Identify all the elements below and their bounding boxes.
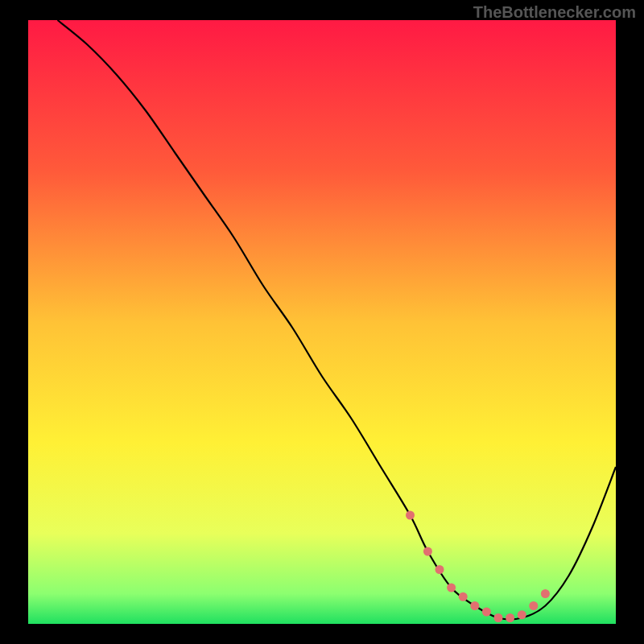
marker-dot <box>436 565 444 574</box>
plot-area <box>28 20 616 624</box>
marker-dot <box>494 613 503 622</box>
marker-dot <box>482 608 491 617</box>
marker-dot <box>423 547 432 556</box>
gradient-background <box>28 20 616 624</box>
marker-dot <box>529 601 538 610</box>
watermark-text: TheBottlenecker.com <box>473 3 636 22</box>
marker-dot <box>518 610 526 619</box>
marker-dot <box>470 601 479 610</box>
chart-container: TheBottlenecker.com <box>0 0 644 644</box>
marker-dot <box>406 511 415 520</box>
marker-dot <box>506 613 514 622</box>
marker-dot <box>541 589 550 598</box>
chart-svg <box>28 20 616 624</box>
marker-dot <box>447 584 456 592</box>
marker-dot <box>459 592 468 601</box>
